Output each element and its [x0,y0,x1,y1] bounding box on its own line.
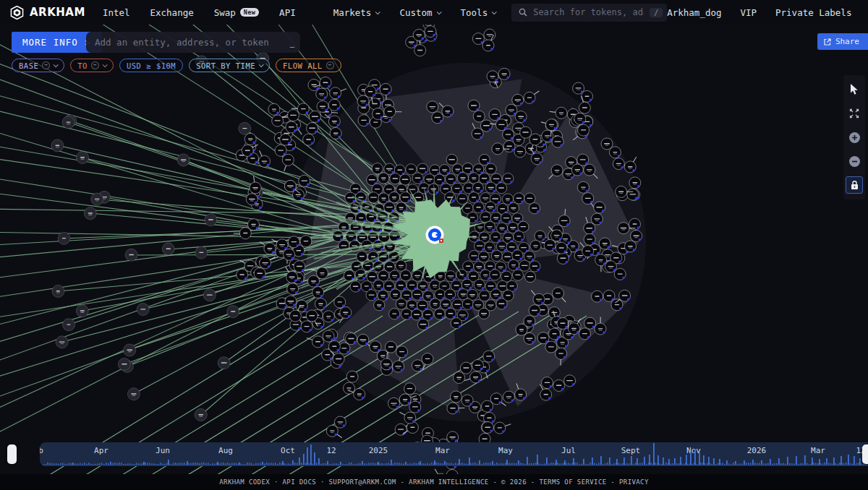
network-graph-canvas[interactable] [0,0,868,490]
input-resize-dash: − [289,42,294,52]
share-icon [824,38,831,46]
chevron-down-icon [492,9,497,14]
zoom-out-button[interactable] [846,152,863,170]
zoom-in-button[interactable] [846,129,863,146]
timeline-start-handle[interactable] [7,444,17,464]
zoom-out-icon [848,155,861,168]
cursor-icon [849,84,859,95]
share-button[interactable]: Share [817,33,868,50]
nav-link-api[interactable]: API [279,7,296,18]
nav-link-swap[interactable]: SwapNew [214,7,259,18]
footer-text[interactable]: ARKHAM CODEX · API DOCS · SUPPORT@ARKM.C… [219,478,648,486]
footer: ARKHAM CODEX · API DOCS · SUPPORT@ARKM.C… [0,474,868,490]
fullscreen-icon [849,108,859,119]
brand-home-link[interactable]: ARKHAM [10,6,85,20]
nav-menu-tools[interactable]: Tools [461,7,496,18]
filter-pill-label: TO [77,61,88,70]
filter-pill-sort-by-time[interactable]: SORT BY TIME [189,59,270,72]
nav-menus: MarketsCustomTools [333,7,495,18]
filter-pill-base[interactable]: BASE− [12,59,64,72]
chevron-down-icon [436,9,441,14]
search-icon [519,8,527,17]
nav-link-intel[interactable]: Intel [103,7,130,18]
global-search[interactable]: / [511,4,667,22]
filter-pill-to[interactable]: TO− [70,59,114,72]
share-label: Share [835,37,859,46]
cursor-tool-button[interactable] [846,81,863,98]
timeline-scrubber: FebAprJunAugOct122025MarMayJulSeptNov202… [0,442,868,466]
add-entity-input[interactable] [86,32,300,53]
fullscreen-tool-button[interactable] [846,105,863,122]
filter-pill-label: BASE [19,61,38,70]
search-shortcut-key: / [650,8,663,17]
token-icon: − [42,61,50,69]
graph-toolbar [843,75,865,199]
chevron-down-icon [375,9,380,14]
lock-icon [850,180,859,190]
filter-pill-usd-10m[interactable]: USD ≥ $10M [119,59,183,72]
nav-right: Arkham_dog VIP Private Labels Help Setti… [667,7,868,18]
nav-links: IntelExchangeSwapNewAPI [103,7,296,18]
nav-menu-markets[interactable]: Markets [333,7,380,18]
nav-username[interactable]: Arkham_dog [667,7,721,18]
timeline-panel[interactable]: FebAprJunAugOct122025MarMayJulSeptNov202… [40,442,868,466]
chevron-down-icon [54,62,59,67]
filter-pill-label: FLOW ALL [283,61,323,70]
chevron-down-icon [259,62,264,67]
nav-menu-custom[interactable]: Custom [399,7,440,18]
filter-pill-label: USD ≥ $10M [127,61,176,70]
timeline-histogram [40,442,868,466]
zoom-in-icon [848,132,861,144]
brand-name: ARKHAM [30,6,85,19]
filter-pills: BASE−TO−USD ≥ $10MSORT BY TIMEFLOW ALL− [12,59,341,72]
more-info-label: MORE INFO [22,37,78,48]
token-icon: − [91,61,99,69]
new-badge: New [240,8,259,17]
lock-tool-button[interactable] [846,176,863,194]
search-input[interactable] [533,7,644,17]
arkham-logo-icon [10,6,24,20]
nav-private-labels-link[interactable]: Private Labels [775,7,851,18]
arkham-visualizer-page: ARKHAM IntelExchangeSwapNewAPI MarketsCu… [0,0,868,490]
timeline-end-handle[interactable] [862,444,868,464]
chevron-down-icon [103,62,108,67]
nav-link-exchange[interactable]: Exchange [150,7,194,18]
filter-pill-label: SORT BY TIME [196,61,255,70]
filter-pill-flow-all[interactable]: FLOW ALL− [276,59,341,72]
token-icon: − [326,61,334,69]
top-navbar: ARKHAM IntelExchangeSwapNewAPI MarketsCu… [0,0,868,25]
nav-vip-link[interactable]: VIP [740,7,757,18]
